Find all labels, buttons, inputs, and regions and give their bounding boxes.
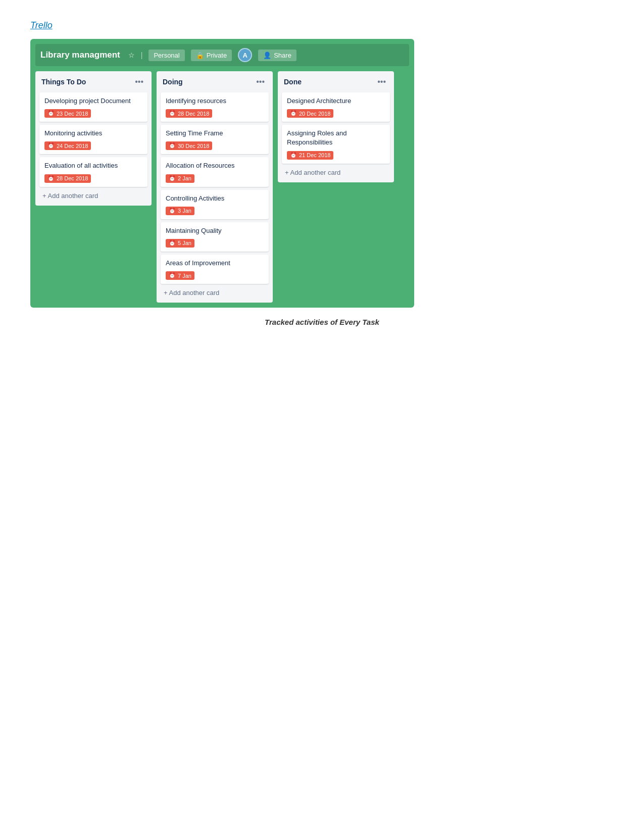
card-date: ⏰ 3 Jan [166, 207, 194, 215]
add-card-btn-doing[interactable]: + Add another card [161, 287, 269, 299]
board-header: Library managment ☆ | Personal 🔒 Private… [35, 44, 409, 66]
board-columns: Things To Do ••• Developing project Docu… [35, 71, 409, 303]
add-card-label: + Add another card [164, 289, 219, 297]
card-title: Assigning Roles and Responsibilities [287, 129, 385, 147]
card-areas-improvement[interactable]: Areas of Improvement ⏰ 7 Jan [161, 255, 269, 284]
card-date: ⏰ 28 Dec 2018 [166, 109, 212, 118]
card-developing-project[interactable]: Developing project Document ⏰ 23 Dec 201… [39, 92, 147, 122]
card-date: ⏰ 28 Dec 2018 [44, 174, 91, 183]
card-date: ⏰ 5 Jan [166, 239, 194, 248]
private-label: Private [207, 52, 227, 59]
avatar[interactable]: A [238, 48, 252, 62]
clock-icon: ⏰ [290, 152, 297, 159]
card-title: Allocation of Resources [166, 161, 264, 170]
column-menu-btn-done[interactable]: ••• [375, 76, 388, 87]
clock-icon: ⏰ [169, 208, 176, 214]
card-identifying-resources[interactable]: Identifying resources ⏰ 28 Dec 2018 [161, 92, 269, 122]
app-title[interactable]: Trello [30, 20, 614, 31]
card-designed-architecture[interactable]: Designed Architecture ⏰ 20 Dec 2018 [282, 92, 390, 122]
share-label: Share [274, 52, 291, 59]
card-title: Controlling Activities [166, 194, 264, 203]
card-title: Maintaining Quality [166, 226, 264, 235]
add-card-btn-done[interactable]: + Add another card [282, 167, 390, 178]
clock-icon: ⏰ [47, 175, 55, 182]
clock-icon: ⏰ [169, 142, 176, 149]
clock-icon: ⏰ [169, 272, 176, 279]
column-header-done: Done ••• [282, 75, 390, 88]
add-card-btn-things-to-do[interactable]: + Add another card [39, 190, 147, 202]
personal-label: Personal [154, 52, 179, 59]
share-btn[interactable]: 👤 Share [258, 50, 296, 61]
column-title-doing: Doing [163, 78, 183, 86]
trello-board: Library managment ☆ | Personal 🔒 Private… [30, 39, 414, 308]
column-done: Done ••• Designed Architecture ⏰ 20 Dec … [278, 71, 394, 182]
add-card-label: + Add another card [42, 192, 98, 200]
card-title: Evaluation of all activities [44, 161, 142, 170]
clock-icon: ⏰ [47, 110, 55, 117]
clock-icon: ⏰ [169, 240, 176, 247]
add-card-label: + Add another card [285, 169, 340, 176]
share-person-icon: 👤 [263, 52, 271, 59]
card-maintaining-quality[interactable]: Maintaining Quality ⏰ 5 Jan [161, 222, 269, 252]
card-date: ⏰ 21 Dec 2018 [287, 151, 333, 160]
column-header-doing: Doing ••• [161, 75, 269, 88]
card-monitoring-activities[interactable]: Monitoring activities ⏰ 24 Dec 2018 [39, 125, 147, 154]
card-date: ⏰ 23 Dec 2018 [44, 109, 91, 118]
header-separator: | [141, 51, 143, 59]
card-title: Identifying resources [166, 96, 264, 106]
column-things-to-do: Things To Do ••• Developing project Docu… [35, 71, 152, 206]
clock-icon: ⏰ [290, 110, 297, 117]
column-header-things-to-do: Things To Do ••• [39, 75, 147, 88]
board-caption: Tracked activities of Every Task [30, 318, 614, 326]
card-title: Areas of Improvement [166, 259, 264, 268]
column-title-things-to-do: Things To Do [41, 78, 86, 86]
card-evaluation-activities[interactable]: Evaluation of all activities ⏰ 28 Dec 20… [39, 157, 147, 186]
private-btn[interactable]: 🔒 Private [191, 50, 232, 61]
clock-icon: ⏰ [169, 110, 176, 117]
card-date: ⏰ 30 Dec 2018 [166, 141, 212, 150]
card-title: Monitoring activities [44, 129, 142, 138]
column-doing: Doing ••• Identifying resources ⏰ 28 Dec… [157, 71, 273, 303]
card-title: Setting Time Frame [166, 129, 264, 138]
column-menu-btn-things-to-do[interactable]: ••• [133, 76, 145, 87]
card-title: Developing project Document [44, 96, 142, 106]
personal-btn[interactable]: Personal [148, 50, 184, 61]
card-title: Designed Architecture [287, 96, 385, 106]
card-setting-time-frame[interactable]: Setting Time Frame ⏰ 30 Dec 2018 [161, 125, 269, 154]
column-title-done: Done [284, 78, 302, 86]
star-icon[interactable]: ☆ [128, 51, 135, 59]
card-controlling-activities[interactable]: Controlling Activities ⏰ 3 Jan [161, 190, 269, 219]
lock-icon: 🔒 [196, 52, 204, 59]
clock-icon: ⏰ [169, 175, 176, 182]
card-date: ⏰ 2 Jan [166, 174, 194, 183]
column-menu-btn-doing[interactable]: ••• [254, 76, 267, 87]
card-date: ⏰ 7 Jan [166, 271, 194, 280]
board-title: Library managment [40, 50, 120, 60]
card-date: ⏰ 24 Dec 2018 [44, 141, 91, 150]
card-assigning-roles[interactable]: Assigning Roles and Responsibilities ⏰ 2… [282, 125, 390, 163]
card-date: ⏰ 20 Dec 2018 [287, 109, 333, 118]
clock-icon: ⏰ [47, 142, 55, 149]
card-allocation-resources[interactable]: Allocation of Resources ⏰ 2 Jan [161, 157, 269, 186]
